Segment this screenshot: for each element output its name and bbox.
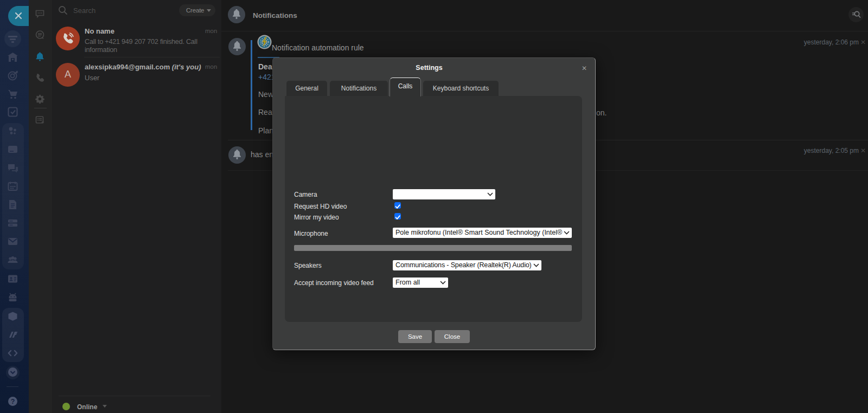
svg-text:?: ? bbox=[11, 398, 15, 405]
